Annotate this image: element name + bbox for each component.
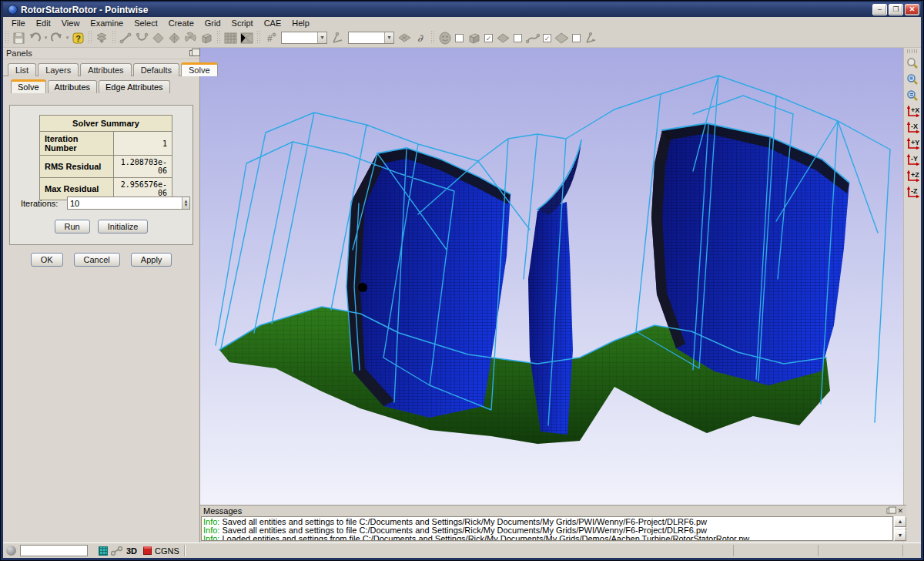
connector-curve-icon[interactable] xyxy=(524,30,541,46)
spacing-combo-arrow[interactable]: ▼ xyxy=(384,32,393,43)
toolbar-grip[interactable] xyxy=(88,31,92,45)
messages-scrollbar[interactable]: ▲ ▼ xyxy=(894,516,906,541)
dropdown-arrow-icon[interactable]: ▾ xyxy=(43,35,49,41)
structured-grid-icon[interactable] xyxy=(223,30,239,46)
iterations-spinner[interactable]: ▲▼ xyxy=(182,197,189,209)
menu-create[interactable]: Create xyxy=(163,18,199,29)
messages-header[interactable]: Messages ✕ xyxy=(200,506,906,516)
display-viewport[interactable] xyxy=(200,48,906,505)
minimize-button[interactable]: – xyxy=(872,4,887,15)
restore-button[interactable]: ❐ xyxy=(889,4,903,15)
domain-visibility-checkbox[interactable]: ✓ xyxy=(484,34,493,42)
menu-script[interactable]: Script xyxy=(226,18,259,29)
curve-tool-icon[interactable] xyxy=(134,30,150,46)
tab-defaults[interactable]: Defaults xyxy=(133,63,179,76)
view-axis-plusy-button[interactable]: +Y xyxy=(905,136,920,151)
status-progress-box xyxy=(20,545,88,556)
view-axis-minusx-button[interactable]: -X xyxy=(905,120,920,135)
angle-arrow-icon[interactable] xyxy=(583,30,599,46)
dropdown-arrow-icon[interactable]: ▾ xyxy=(65,35,70,41)
panels-header[interactable]: Panels xyxy=(3,48,199,59)
cube-icon[interactable] xyxy=(466,30,482,46)
unstructured-domain-icon[interactable] xyxy=(166,30,182,46)
toolbar-grip[interactable] xyxy=(112,31,116,45)
dimension-combo-arrow[interactable]: ▼ xyxy=(317,32,326,43)
title-bar[interactable]: RotorStatorRotor - Pointwise – ❐ ✕ xyxy=(3,2,921,17)
initialize-button[interactable]: Initialize xyxy=(98,220,149,233)
view-axis-minusz-button[interactable]: -Z xyxy=(905,185,920,200)
close-button[interactable]: ✕ xyxy=(905,4,919,15)
summary-row: RMS Residual1.208703e-06 xyxy=(40,156,172,178)
solve-tab-solve[interactable]: Solve xyxy=(11,79,46,93)
spacing-visibility-checkbox[interactable] xyxy=(572,34,581,42)
solve-tab-edge-attributes[interactable]: Edge Attributes xyxy=(99,80,170,93)
menu-help[interactable]: Help xyxy=(286,18,315,29)
iterations-label: Iterations: xyxy=(21,199,64,208)
scroll-up-button[interactable]: ▲ xyxy=(894,516,906,527)
undo-icon[interactable] xyxy=(27,30,43,46)
menu-bar: FileEditViewExamineSelectCreateGridScrip… xyxy=(3,17,921,29)
run-button[interactable]: Run xyxy=(55,220,90,233)
solid-domain-icon[interactable] xyxy=(554,30,570,46)
layer-stack-icon[interactable] xyxy=(94,30,110,46)
zoom-extents-icon[interactable] xyxy=(905,72,920,86)
menu-edit[interactable]: Edit xyxy=(31,18,56,29)
connector-tool-icon[interactable] xyxy=(118,30,134,46)
tab-attributes[interactable]: Attributes xyxy=(80,63,131,76)
toolbar-grip[interactable] xyxy=(5,31,9,45)
rotate-fan-icon[interactable] xyxy=(182,30,199,46)
database-visibility-checkbox[interactable]: ✓ xyxy=(543,34,551,42)
toolbar-grip[interactable] xyxy=(256,31,261,45)
zoom-equal-icon[interactable] xyxy=(905,88,920,102)
dimension-hash-icon[interactable]: # xyxy=(263,30,279,46)
float-panel-icon[interactable] xyxy=(189,50,196,56)
tab-layers[interactable]: Layers xyxy=(38,63,79,76)
project-domain-icon[interactable] xyxy=(397,30,413,46)
flat-domain-icon[interactable] xyxy=(495,30,511,46)
zoom-icon[interactable] xyxy=(905,55,920,70)
menu-file[interactable]: File xyxy=(6,18,31,29)
spacing-combo-field[interactable] xyxy=(349,32,384,43)
block-tool-icon[interactable] xyxy=(199,30,215,46)
menu-examine[interactable]: Examine xyxy=(85,18,129,29)
menu-cae[interactable]: CAE xyxy=(259,18,287,29)
dimension-combo[interactable]: ▼ xyxy=(281,32,327,44)
iterations-input[interactable] xyxy=(68,197,182,209)
toolbar-grip[interactable] xyxy=(430,31,435,45)
mask-icon[interactable] xyxy=(437,30,453,46)
menu-view[interactable]: View xyxy=(56,18,85,29)
float-messages-icon[interactable] xyxy=(887,508,893,513)
view-axis-plusz-button[interactable]: +Z xyxy=(905,169,920,183)
view-axis-plusx-button[interactable]: +X xyxy=(905,104,920,119)
cancel-button[interactable]: Cancel xyxy=(74,253,120,267)
help-icon[interactable]: ? xyxy=(70,30,86,46)
derivative-icon[interactable]: ∂ xyxy=(413,30,429,46)
menu-select[interactable]: Select xyxy=(129,18,163,29)
solve-tab-row: SolveAttributesEdge Attributes xyxy=(3,76,199,92)
cae-format-label[interactable]: CGNS xyxy=(155,546,179,556)
viewport-3d-scene[interactable] xyxy=(200,48,906,505)
redo-icon[interactable] xyxy=(49,30,65,46)
dimension-combo-field[interactable] xyxy=(282,32,317,43)
domain-tool-icon[interactable] xyxy=(150,30,166,46)
block-visibility-checkbox[interactable] xyxy=(455,34,464,42)
spacing-combo[interactable]: ▼ xyxy=(348,32,394,44)
solve-tab-attributes[interactable]: Attributes xyxy=(48,80,97,93)
save-icon[interactable] xyxy=(11,30,27,46)
menu-grid[interactable]: Grid xyxy=(199,18,226,29)
connector-visibility-checkbox[interactable] xyxy=(514,34,522,42)
app-surface: FileEditViewExamineSelectCreateGridScrip… xyxy=(3,17,921,558)
apply-button[interactable]: Apply xyxy=(131,253,172,267)
selected-point[interactable] xyxy=(358,283,367,292)
toolbar-grip[interactable] xyxy=(216,31,221,45)
scroll-down-button[interactable]: ▼ xyxy=(894,530,906,541)
tab-list[interactable]: List xyxy=(8,63,36,76)
view-axis-minusy-button[interactable]: -Y xyxy=(905,153,920,167)
unstructured-grid-icon[interactable] xyxy=(239,30,255,46)
close-messages-icon[interactable]: ✕ xyxy=(897,507,903,515)
angle-icon[interactable] xyxy=(330,30,346,46)
ok-button[interactable]: OK xyxy=(31,253,63,267)
toolbar-grip[interactable] xyxy=(907,49,918,53)
tab-solve[interactable]: Solve xyxy=(181,62,218,76)
dimension-mode-label[interactable]: 3D xyxy=(126,546,137,556)
